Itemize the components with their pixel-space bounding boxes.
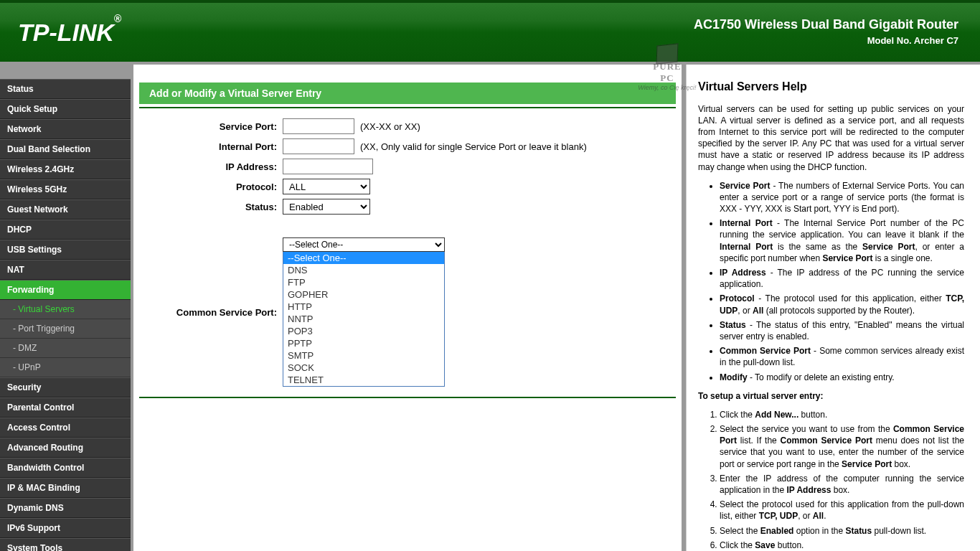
label-common-service-port: Common Service Port: [139,307,283,318]
ip-address-input[interactable] [283,159,373,174]
sidebar-item-dhcp[interactable]: DHCP [0,220,131,240]
label-service-port: Service Port: [139,121,283,132]
help-step: Select the protocol used for this applic… [720,499,964,522]
model-number: Model No. Archer C7 [694,35,958,46]
sidebar-item-dual-band-selection[interactable]: Dual Band Selection [0,139,131,159]
help-intro: Virtual servers can be used for setting … [698,103,964,173]
sidebar-subitem[interactable]: - Port Triggering [0,319,131,339]
help-step: Select the Enabled option in the Status … [720,525,964,537]
sidebar-item-quick-setup[interactable]: Quick Setup [0,99,131,119]
product-name: AC1750 Wireless Dual Band Gigabit Router [694,17,958,32]
sidebar-item-ip-mac-binding[interactable]: IP & MAC Binding [0,478,131,498]
dropdown-option[interactable]: HTTP [283,301,444,313]
help-step: Click the Save button. [720,540,964,551]
dropdown-option[interactable]: POP3 [283,325,444,337]
help-steps-title: To setup a virtual server entry: [698,390,964,402]
sidebar-item-ipv6-support[interactable]: IPv6 Support [0,518,131,538]
main-content: Add or Modify a Virtual Server Entry Ser… [133,65,686,551]
sidebar-item-status[interactable]: Status [0,79,131,99]
help-bullet: IP Address - The IP address of the PC ru… [720,267,964,290]
app-header: TP-LINK® AC1750 Wireless Dual Band Gigab… [0,0,980,65]
sidebar-item-nat[interactable]: NAT [0,260,131,280]
sidebar: StatusQuick SetupNetworkDual Band Select… [0,65,131,551]
dropdown-option[interactable]: TELNET [283,374,444,386]
sidebar-item-wireless-5ghz[interactable]: Wireless 5GHz [0,179,131,199]
dropdown-option[interactable]: NNTP [283,313,444,325]
status-select[interactable]: EnabledDisabled [283,199,370,215]
sidebar-subitem[interactable]: - Virtual Servers [0,300,131,319]
sidebar-item-wireless-2-4ghz[interactable]: Wireless 2.4GHz [0,159,131,179]
label-status: Status: [139,202,283,212]
protocol-select[interactable]: ALLTCPUDP [283,179,370,194]
help-step: Click the Add New... button. [720,409,964,420]
label-ip-address: IP Address: [139,161,283,172]
dropdown-option[interactable]: --Select One-- [283,252,444,264]
sidebar-item-system-tools[interactable]: System Tools [0,538,131,551]
sidebar-item-advanced-routing[interactable]: Advanced Routing [0,438,131,458]
page-title: Add or Modify a Virtual Server Entry [139,83,676,104]
sidebar-item-network[interactable]: Network [0,119,131,139]
common-service-port-dropdown[interactable]: --Select One--DNSFTPGOPHERHTTPNNTPPOP3PP… [283,252,445,387]
hint-internal-port: (XX, Only valid for single Service Port … [360,141,587,152]
dropdown-option[interactable]: PPTP [283,337,444,349]
sidebar-item-access-control[interactable]: Access Control [0,418,131,438]
help-bullet: Protocol - The protocol used for this ap… [720,293,964,316]
brand-logo: TP-LINK® [18,19,121,47]
sidebar-item-guest-network[interactable]: Guest Network [0,199,131,220]
hint-service-port: (XX-XX or XX) [360,121,420,132]
sidebar-item-usb-settings[interactable]: USB Settings [0,240,131,260]
help-steps-list: Click the Add New... button.Select the s… [720,409,964,551]
help-step: Enter the IP address of the computer run… [720,473,964,496]
help-step: Select the service you want to use from … [720,423,964,470]
common-service-port-select[interactable]: --Select One--DNSFTPGOPHERHTTPNNTPPOP3PP… [283,237,445,252]
sidebar-item-bandwidth-control[interactable]: Bandwidth Control [0,458,131,478]
sidebar-subitem[interactable]: - UPnP [0,358,131,377]
help-panel: Virtual Servers Help Virtual servers can… [686,65,980,551]
divider [139,107,676,108]
header-info: AC1750 Wireless Dual Band Gigabit Router… [694,17,958,46]
help-title: Virtual Servers Help [698,79,964,95]
sidebar-subitem[interactable]: - DMZ [0,339,131,358]
help-bullet: Status - The status of this entry, "Enab… [720,319,964,342]
dropdown-option[interactable]: GOPHER [283,288,444,301]
help-bullet-list: Service Port - The numbers of External S… [720,180,964,383]
sidebar-item-security[interactable]: Security [0,377,131,397]
dropdown-option[interactable]: DNS [283,264,444,276]
label-protocol: Protocol: [139,182,283,192]
help-bullet: Service Port - The numbers of External S… [720,180,964,215]
internal-port-input[interactable] [283,138,354,154]
sidebar-item-dynamic-dns[interactable]: Dynamic DNS [0,498,131,518]
divider [139,397,676,398]
label-internal-port: Internal Port: [139,141,283,152]
help-bullet: Common Service Port - Some common servic… [720,345,964,368]
service-port-input[interactable] [283,118,354,134]
help-bullet: Modify - To modify or delete an existing… [720,372,964,383]
help-bullet: Internal Port - The Internal Service Por… [720,217,964,264]
sidebar-item-parental-control[interactable]: Parental Control [0,397,131,418]
dropdown-option[interactable]: SOCK [283,362,444,374]
dropdown-option[interactable]: SMTP [283,349,444,362]
dropdown-option[interactable]: FTP [283,276,444,288]
sidebar-item-forwarding[interactable]: Forwarding [0,280,131,300]
brand-text: TP-LINK [18,19,114,46]
